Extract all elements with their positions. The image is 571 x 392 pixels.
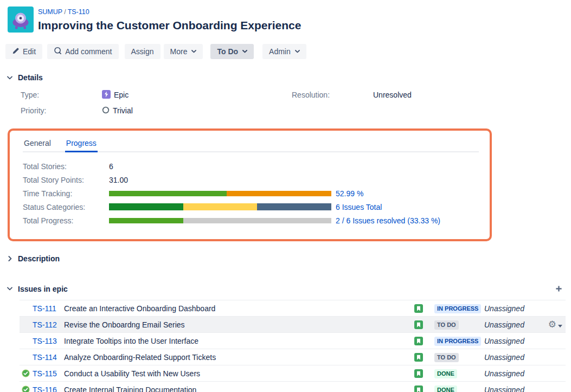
bar-segment: [109, 203, 183, 210]
resolution-value: Unresolved: [373, 91, 412, 99]
issue-key-link[interactable]: TS-112: [33, 320, 64, 329]
issue-key-link[interactable]: TS-111: [33, 304, 64, 313]
edit-button-label: Edit: [23, 47, 36, 56]
issue-assignee: Unassigned: [484, 369, 540, 378]
status-badge: TO DO: [434, 320, 459, 330]
assign-button-label: Assign: [131, 47, 154, 56]
issue-key-link[interactable]: TS-115: [33, 369, 64, 378]
issue-summary: Analyze Onboarding-Related Support Ticke…: [64, 353, 414, 362]
priority-value: Trivial: [113, 106, 133, 115]
breadcrumb-issue-link[interactable]: TS-110: [68, 8, 89, 16]
total-story-points-value: 31.00: [109, 176, 128, 184]
story-type-icon: [414, 353, 423, 362]
total-stories-value: 6: [109, 162, 113, 171]
issues-in-epic-heading: Issues in epic: [18, 285, 68, 293]
issue-row[interactable]: TS-115Conduct a Usability Test with New …: [20, 365, 566, 382]
chevron-down-icon: [242, 50, 247, 53]
assign-button[interactable]: Assign: [125, 44, 161, 59]
status-categories-bar: [109, 203, 331, 210]
issue-assignee: Unassigned: [484, 304, 540, 313]
description-section: Description: [0, 254, 571, 263]
time-tracking-bar: [109, 191, 331, 196]
edit-button[interactable]: Edit: [5, 44, 42, 59]
status-column: IN PROGRESS: [434, 336, 484, 346]
story-type-icon: [414, 369, 423, 378]
bar-segment: [109, 191, 227, 196]
details-heading: Details: [18, 73, 43, 82]
issue-row[interactable]: TS-113Integrate Tooltips into the User I…: [20, 333, 566, 349]
resolved-check-icon: [22, 385, 33, 392]
issue-summary: Integrate Tooltips into the User Interfa…: [64, 337, 414, 345]
issue-key-link[interactable]: TS-113: [33, 337, 64, 345]
issue-summary: Create Internal Training Documentation: [64, 385, 414, 392]
issue-summary: Revise the Onboardng Email Series: [64, 320, 414, 329]
caret-down-icon[interactable]: [558, 320, 562, 329]
tab-general[interactable]: General: [23, 137, 52, 151]
toolbar: Edit Add comment Assign More To Do Admin: [0, 44, 571, 59]
issues-in-epic-section: Issues in epic TS-111Create an Interacti…: [0, 284, 571, 392]
page-title: Improving the Customer Onboarding Experi…: [38, 19, 301, 32]
admin-menu-button[interactable]: Admin: [262, 44, 306, 59]
project-avatar[interactable]: [8, 7, 34, 33]
add-issue-plus-icon[interactable]: [554, 284, 563, 293]
epic-type-icon: [102, 90, 111, 100]
gear-icon[interactable]: ⚙: [548, 320, 556, 329]
breadcrumb-separator: /: [64, 8, 66, 16]
type-label: Type:: [21, 91, 102, 99]
bar-segment: [227, 191, 331, 196]
issue-assignee: Unassigned: [484, 320, 540, 329]
add-comment-button[interactable]: Add comment: [47, 44, 118, 59]
status-badge: DONE: [434, 385, 457, 392]
issue-summary: Create an Interactive Onboarding Dashboa…: [64, 304, 414, 313]
breadcrumb: SUMUP/TS-110: [38, 8, 301, 16]
issue-row[interactable]: TS-114Analyze Onboarding-Related Support…: [20, 349, 566, 365]
workflow-status-label: To Do: [217, 47, 238, 56]
story-type-icon: [414, 320, 423, 329]
status-column: DONE: [434, 385, 484, 392]
issue-row[interactable]: TS-112Revise the Onboardng Email SeriesT…: [20, 317, 566, 333]
issue-assignee: Unassigned: [484, 337, 540, 345]
issue-assignee: Unassigned: [484, 385, 540, 392]
priority-label: Priority:: [21, 106, 102, 115]
collapse-chevron-icon[interactable]: [7, 287, 13, 291]
details-section: Details Type: Epic Resolution: Unresolve…: [0, 73, 571, 116]
tab-progress[interactable]: Progress: [65, 137, 98, 152]
issues-resolved-link[interactable]: 2 / 6 Issues resolved (33.33 %): [336, 216, 440, 225]
status-column: TO DO: [434, 320, 484, 330]
status-badge: IN PROGRESS: [434, 337, 481, 346]
issue-header: SUMUP/TS-110 Improving the Customer Onbo…: [0, 0, 571, 33]
issue-key-link[interactable]: TS-116: [33, 385, 64, 392]
issue-row[interactable]: TS-111Create an Interactive Onboarding D…: [20, 300, 566, 317]
breadcrumb-project-link[interactable]: SUMUP: [38, 8, 62, 16]
status-badge: DONE: [434, 369, 457, 378]
total-stories-label: Total Stories:: [23, 162, 109, 171]
bar-segment: [183, 218, 331, 223]
more-button-label: More: [170, 47, 188, 56]
more-menu-button[interactable]: More: [164, 44, 203, 59]
status-badge: IN PROGRESS: [434, 304, 481, 313]
add-comment-button-label: Add comment: [65, 47, 112, 56]
status-column: TO DO: [434, 352, 484, 362]
status-column: DONE: [434, 369, 484, 378]
expand-chevron-icon[interactable]: [7, 256, 13, 261]
pencil-icon: [12, 47, 20, 56]
issue-key-link[interactable]: TS-114: [33, 353, 64, 362]
time-tracking-percent: 52.99 %: [336, 189, 363, 198]
admin-button-label: Admin: [269, 47, 291, 56]
status-badge: TO DO: [434, 353, 459, 362]
total-progress-bar: [109, 218, 331, 223]
resolution-label: Resolution:: [292, 91, 373, 99]
bar-segment: [109, 218, 183, 223]
bar-segment: [183, 203, 258, 210]
collapse-chevron-icon[interactable]: [7, 76, 13, 80]
issues-total-link[interactable]: 6 Issues Total: [336, 203, 382, 211]
trivial-priority-icon: [102, 106, 110, 115]
annotation-highlight-box: General Progress Total Stories: 6 Total …: [8, 128, 492, 241]
description-heading: Description: [18, 254, 60, 263]
issue-row[interactable]: TS-116Create Internal Training Documenta…: [20, 382, 566, 392]
bar-segment: [257, 203, 331, 210]
time-tracking-label: Time Tracking:: [23, 189, 109, 198]
story-type-icon: [414, 304, 423, 313]
story-type-icon: [414, 337, 423, 345]
workflow-status-button[interactable]: To Do: [210, 44, 254, 59]
